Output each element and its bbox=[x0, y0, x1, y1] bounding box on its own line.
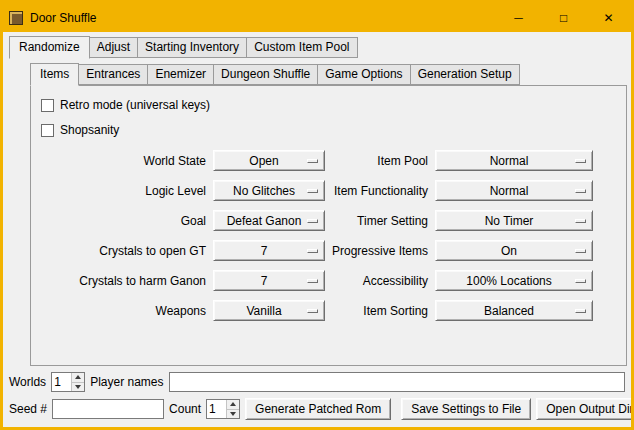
tab-randomize[interactable]: Randomize bbox=[9, 36, 90, 59]
dropdown-indicator-icon bbox=[307, 309, 318, 313]
world-state-dropdown[interactable]: Open bbox=[213, 150, 325, 171]
item-pool-label: Item Pool bbox=[332, 154, 428, 168]
player-names-label: Player names bbox=[90, 375, 163, 389]
minimize-button[interactable]: ─ bbox=[496, 3, 541, 32]
count-spinbox[interactable] bbox=[206, 399, 240, 419]
logic-level-dropdown[interactable]: No Glitches bbox=[213, 180, 325, 201]
tab-dungeon-shuffle[interactable]: Dungeon Shuffle bbox=[213, 64, 318, 85]
timer-setting-label: Timer Setting bbox=[332, 214, 428, 228]
client-area: Randomize Adjust Starting Inventory Cust… bbox=[3, 32, 631, 427]
weapons-label: Weapons bbox=[38, 304, 206, 318]
goal-dropdown[interactable]: Defeat Ganon bbox=[213, 210, 325, 231]
shopsanity-row: Shopsanity bbox=[41, 123, 626, 137]
dropdown-indicator-icon bbox=[307, 219, 318, 223]
spin-arrows bbox=[226, 400, 239, 418]
dropdown-indicator-icon bbox=[575, 159, 586, 163]
save-settings-button[interactable]: Save Settings to File bbox=[401, 398, 531, 420]
tab-adjust[interactable]: Adjust bbox=[89, 37, 138, 58]
tab-entrances[interactable]: Entrances bbox=[78, 64, 148, 85]
crystals-harm-ganon-dropdown[interactable]: 7 bbox=[213, 270, 325, 291]
seed-input[interactable] bbox=[52, 399, 164, 419]
spin-down-icon[interactable] bbox=[72, 382, 84, 392]
dropdown-value: 7 bbox=[261, 244, 278, 258]
count-label: Count bbox=[169, 402, 201, 416]
crystals-open-gt-dropdown[interactable]: 7 bbox=[213, 240, 325, 261]
tab-custom-item-pool[interactable]: Custom Item Pool bbox=[246, 37, 357, 58]
door-shuffle-window: Door Shuffle ─ □ ✕ Randomize Adjust Star… bbox=[0, 0, 634, 430]
accessibility-label: Accessibility bbox=[332, 274, 428, 288]
player-names-input[interactable] bbox=[169, 372, 626, 392]
spin-down-icon[interactable] bbox=[227, 409, 239, 419]
tab-generation-setup[interactable]: Generation Setup bbox=[410, 64, 520, 85]
dropdown-indicator-icon bbox=[575, 189, 586, 193]
item-sorting-dropdown[interactable]: Balanced bbox=[435, 300, 593, 321]
dropdown-value: 7 bbox=[261, 274, 278, 288]
shopsanity-checkbox[interactable] bbox=[41, 124, 54, 137]
tab-enemizer[interactable]: Enemizer bbox=[147, 64, 214, 85]
dropdown-indicator-icon bbox=[307, 279, 318, 283]
app-icon[interactable] bbox=[9, 11, 23, 25]
worlds-label: Worlds bbox=[9, 375, 46, 389]
dropdown-indicator-icon bbox=[575, 249, 586, 253]
worlds-spin-value[interactable] bbox=[52, 373, 71, 391]
item-functionality-label: Item Functionality bbox=[332, 184, 428, 198]
titlebar: Door Shuffle ─ □ ✕ bbox=[3, 3, 631, 32]
spin-up-icon[interactable] bbox=[227, 400, 239, 409]
timer-setting-dropdown[interactable]: No Timer bbox=[435, 210, 593, 231]
retro-mode-checkbox[interactable] bbox=[41, 99, 54, 112]
dropdown-indicator-icon bbox=[575, 219, 586, 223]
spin-arrows bbox=[71, 373, 84, 391]
seed-label: Seed # bbox=[9, 402, 47, 416]
dropdown-indicator-icon bbox=[307, 189, 318, 193]
outer-tab-bar: Randomize Adjust Starting Inventory Cust… bbox=[9, 36, 627, 58]
dropdown-value: Normal bbox=[490, 184, 539, 198]
tab-game-options[interactable]: Game Options bbox=[317, 64, 410, 85]
crystals-harm-ganon-label: Crystals to harm Ganon bbox=[38, 274, 206, 288]
spin-up-icon[interactable] bbox=[72, 373, 84, 382]
window-controls: ─ □ ✕ bbox=[496, 3, 631, 32]
dropdown-indicator-icon bbox=[307, 249, 318, 253]
window-title: Door Shuffle bbox=[30, 11, 97, 25]
dropdown-value: Balanced bbox=[484, 304, 544, 318]
close-button[interactable]: ✕ bbox=[586, 3, 631, 32]
dropdown-value: No Glitches bbox=[233, 184, 305, 198]
dropdown-indicator-icon bbox=[575, 309, 586, 313]
dropdown-value: Vanilla bbox=[246, 304, 291, 318]
count-spin-value[interactable] bbox=[207, 400, 226, 418]
tab-starting-inventory[interactable]: Starting Inventory bbox=[137, 37, 247, 58]
maximize-button[interactable]: □ bbox=[541, 3, 586, 32]
dropdown-grid: World State Open Item Pool Normal Logic … bbox=[38, 150, 626, 321]
dropdown-value: Defeat Ganon bbox=[227, 214, 312, 228]
generate-patched-rom-button[interactable]: Generate Patched Rom bbox=[245, 398, 391, 420]
logic-level-label: Logic Level bbox=[38, 184, 206, 198]
retro-mode-row: Retro mode (universal keys) bbox=[41, 98, 626, 112]
dropdown-indicator-icon bbox=[575, 279, 586, 283]
bottom-row-1: Worlds Player names bbox=[9, 372, 625, 392]
goal-label: Goal bbox=[38, 214, 206, 228]
inner-tab-bar: Items Entrances Enemizer Dungeon Shuffle… bbox=[30, 63, 627, 85]
progressive-items-dropdown[interactable]: On bbox=[435, 240, 593, 261]
items-settings-pane: Retro mode (universal keys) Shopsanity W… bbox=[30, 85, 627, 366]
shopsanity-label: Shopsanity bbox=[60, 123, 119, 137]
accessibility-dropdown[interactable]: 100% Locations bbox=[435, 270, 593, 291]
tab-items[interactable]: Items bbox=[30, 63, 79, 86]
dropdown-value: No Timer bbox=[485, 214, 544, 228]
worlds-spinbox[interactable] bbox=[51, 372, 85, 392]
dropdown-indicator-icon bbox=[307, 159, 318, 163]
dropdown-value: On bbox=[501, 244, 527, 258]
retro-mode-label: Retro mode (universal keys) bbox=[60, 98, 210, 112]
crystals-open-gt-label: Crystals to open GT bbox=[38, 244, 206, 258]
bottom-row-2: Seed # Count Generate Patched Rom Save S… bbox=[9, 398, 625, 420]
dropdown-value: Normal bbox=[490, 154, 539, 168]
progressive-items-label: Progressive Items bbox=[332, 244, 428, 258]
weapons-dropdown[interactable]: Vanilla bbox=[213, 300, 325, 321]
open-output-directory-button[interactable]: Open Output Directory bbox=[536, 398, 631, 420]
dropdown-value: 100% Locations bbox=[466, 274, 561, 288]
item-sorting-label: Item Sorting bbox=[332, 304, 428, 318]
item-pool-dropdown[interactable]: Normal bbox=[435, 150, 593, 171]
dropdown-value: Open bbox=[249, 154, 288, 168]
world-state-label: World State bbox=[38, 154, 206, 168]
item-functionality-dropdown[interactable]: Normal bbox=[435, 180, 593, 201]
